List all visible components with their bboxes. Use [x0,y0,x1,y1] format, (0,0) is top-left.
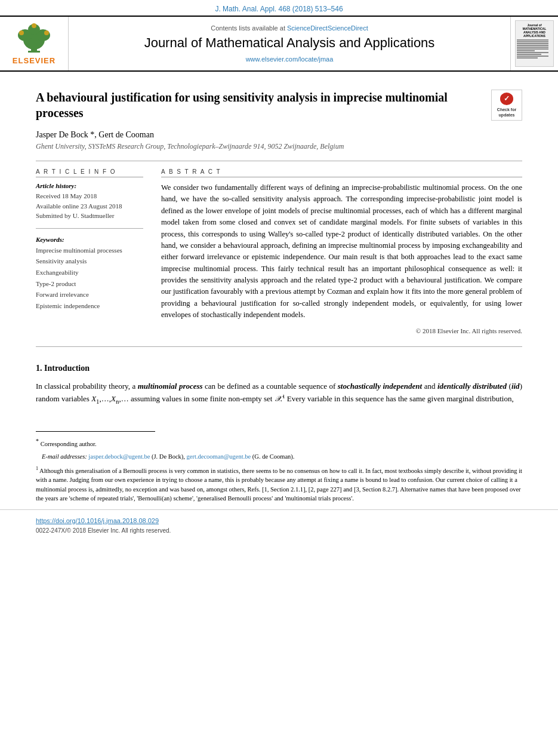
footnotes-divider [36,431,155,432]
divider-2 [36,346,522,347]
svg-point-6 [44,30,49,35]
two-column-section: A R T I C L E I N F O Article history: R… [36,168,522,334]
elsevier-logo-container: ELSEVIER [0,17,69,70]
divider-keywords [36,228,143,229]
footnotes-section: * Corresponding author. E-mail addresses… [0,431,558,504]
abstract-copyright: © 2018 Elsevier Inc. All rights reserved… [161,327,522,334]
email-link-1[interactable]: jasper.debock@ugent.be [88,453,150,460]
footnote-email: E-mail addresses: jasper.debock@ugent.be… [36,452,522,462]
affiliation: Ghent University, SYSTeMS Research Group… [36,142,522,151]
main-content: A behavioural justification for using se… [0,72,558,419]
introduction-paragraph: In classical probability theory, a multi… [36,380,522,407]
journal-thumbnail: Journal ofMATHEMATICALANALYSIS ANDAPPLIC… [515,20,554,67]
history-label: Article history: [36,182,143,189]
keyword-3: Exchangeability [36,267,143,278]
keywords-section: Keywords: Imprecise multinomial processe… [36,236,143,312]
article-history: Article history: Received 18 May 2018 Av… [36,182,143,221]
journal-header: ELSEVIER Contents lists available at Sci… [0,16,558,72]
page: J. Math. Anal. Appl. 468 (2018) 513–546 [0,0,558,756]
article-title-text: A behavioural justification for using se… [36,90,491,121]
citation-text: J. Math. Anal. Appl. 468 (2018) 513–546 [215,5,343,13]
available-online-date: Available online 23 August 2018 [36,201,143,211]
svg-rect-8 [28,51,40,53]
journal-url[interactable]: www.elsevier.com/locate/jmaa [246,56,334,63]
article-title-row: A behavioural justification for using se… [36,90,522,121]
svg-point-7 [32,23,36,28]
keywords-label: Keywords: [36,236,143,243]
journal-thumbnail-container: Journal ofMATHEMATICALANALYSIS ANDAPPLIC… [510,17,558,70]
introduction-heading: 1. Introduction [36,364,522,373]
issn-text: 0022-247X/© 2018 Elsevier Inc. All right… [36,527,171,534]
check-badge-label: Check for updates [494,107,519,118]
elsevier-brand-text: ELSEVIER [13,56,56,65]
keyword-6: Epistemic independence [36,300,143,312]
journal-center: Contents lists available at ScienceDirec… [69,17,510,70]
elsevier-logo: ELSEVIER [13,22,56,65]
doi-link[interactable]: https://doi.org/10.1016/j.jmaa.2018.08.0… [36,517,522,524]
author-names: Jasper De Bock *, Gert de Cooman [36,130,154,139]
bottom-bar: https://doi.org/10.1016/j.jmaa.2018.08.0… [0,509,558,540]
abstract-column: A B S T R A C T We consider two fundamen… [161,168,522,334]
divider-1 [36,161,522,161]
received-date: Received 18 May 2018 [36,191,143,201]
journal-title: Journal of Mathematical Analysis and App… [144,35,435,51]
sciencedirect-link[interactable]: ScienceDirect [328,24,368,32]
abstract-label: A B S T R A C T [161,168,522,177]
email-link-2[interactable]: gert.decooman@ugent.be [187,453,251,460]
elsevier-tree-icon [13,22,55,55]
abstract-text: We consider two fundamentally different … [161,182,522,321]
keyword-5: Forward irrelevance [36,289,143,300]
footnote-1: 1 Although this generalisation of a Bern… [36,465,522,504]
footnote-star: * Corresponding author. [36,437,522,448]
footnote-star-symbol: * [36,438,39,444]
top-citation-bar: J. Math. Anal. Appl. 468 (2018) 513–546 [0,0,558,16]
contents-available-label: Contents lists available at ScienceDirec… [211,24,368,32]
article-info-label: A R T I C L E I N F O [36,168,143,177]
authors: Jasper De Bock *, Gert de Cooman [36,130,522,140]
keyword-2: Sensitivity analysis [36,256,143,267]
submitted-by: Submitted by U. Stadtmueller [36,211,143,221]
article-info-column: A R T I C L E I N F O Article history: R… [36,168,143,334]
keyword-4: Type-2 product [36,278,143,290]
check-badge: ✓ Check for updates [491,90,522,121]
footnote-1-symbol: 1 [36,466,38,471]
footnote-1-text: Although this generalisation of a Bernou… [36,467,522,502]
svg-point-5 [19,30,24,35]
check-updates-icon: ✓ [500,93,513,105]
keyword-1: Imprecise multinomial processes [36,245,143,256]
